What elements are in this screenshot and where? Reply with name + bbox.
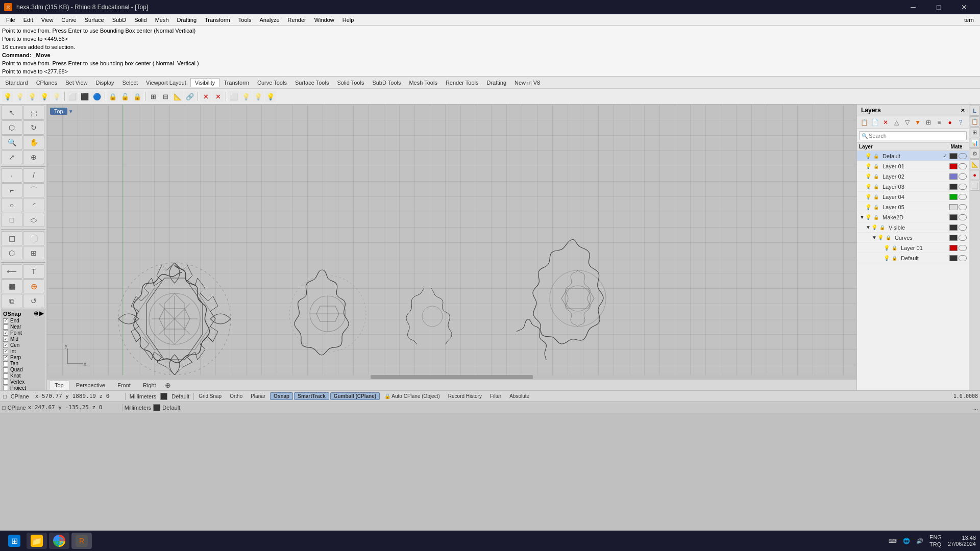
lt-layer-icon2[interactable]: 📄 bbox=[870, 117, 880, 128]
rex-layers-btn[interactable]: L bbox=[970, 106, 980, 116]
layer-expand-visible[interactable]: ▼ bbox=[865, 224, 871, 230]
tab-render-tools[interactable]: Render Tools bbox=[442, 79, 483, 87]
lt-layer-info[interactable]: ? bbox=[955, 117, 966, 128]
layer-color-04[interactable] bbox=[949, 194, 958, 200]
lt-dim[interactable]: ⟵ bbox=[1, 264, 22, 279]
taskbar-rhino[interactable]: R bbox=[71, 533, 92, 549]
menu-view[interactable]: View bbox=[37, 16, 58, 24]
viewport-scrollbar-horizontal[interactable] bbox=[47, 375, 856, 379]
lt-rotate-view[interactable]: ↻ bbox=[23, 120, 44, 135]
menu-window[interactable]: Window bbox=[310, 16, 338, 24]
lt-zoom-ext[interactable]: ⤢ bbox=[1, 150, 22, 164]
layer-lock-visible[interactable]: 🔒 bbox=[879, 225, 888, 230]
layer-row-02[interactable]: 💡 🔒 Layer 02 bbox=[857, 171, 969, 182]
rex-icon4[interactable]: 📊 bbox=[970, 138, 980, 148]
tb-grid[interactable]: ⊞ bbox=[148, 91, 159, 102]
layer-lock-01[interactable]: 🔒 bbox=[873, 164, 881, 169]
osnap-tan[interactable]: Tan bbox=[3, 361, 43, 366]
layer-material-make2d[interactable] bbox=[959, 214, 967, 220]
viewport-canvas[interactable]: Top ▼ bbox=[47, 105, 856, 390]
osnap-cen[interactable]: ✓ Cen bbox=[3, 342, 43, 348]
layer-lock-sub-default[interactable]: 🔒 bbox=[892, 256, 900, 261]
lt-move[interactable]: ⊕ bbox=[23, 279, 44, 293]
tb-lock[interactable]: 💡 bbox=[27, 91, 38, 102]
layer-expand-make2d[interactable]: ▼ bbox=[859, 214, 865, 220]
taskbar-chrome[interactable]: 🌐 bbox=[49, 533, 69, 549]
lt-circle[interactable]: ○ bbox=[1, 198, 22, 212]
lt-line[interactable]: / bbox=[23, 168, 44, 183]
tab-transform[interactable]: Transform bbox=[219, 79, 253, 87]
lt-arc[interactable]: ◜ bbox=[23, 198, 44, 212]
tab-drafting[interactable]: Drafting bbox=[483, 79, 511, 87]
minimize-button[interactable]: ─ bbox=[901, 0, 925, 14]
osnap-end[interactable]: ✓ End bbox=[3, 318, 43, 323]
layer-row-sub-default[interactable]: 💡 🔒 Default bbox=[857, 253, 969, 263]
menu-drafting[interactable]: Drafting bbox=[173, 16, 201, 24]
layer-row-04[interactable]: 💡 🔒 Layer 04 bbox=[857, 192, 969, 202]
lt-layer-list[interactable]: ≡ bbox=[934, 117, 944, 128]
lt-layer-grid[interactable]: ⊞ bbox=[923, 117, 934, 128]
layer-color-default[interactable] bbox=[949, 153, 958, 159]
osnap-project[interactable]: Project bbox=[3, 385, 43, 390]
tb-xmark2[interactable]: ✕ bbox=[212, 91, 224, 102]
lt-point[interactable]: · bbox=[1, 168, 22, 183]
lt-zoom-ext2[interactable]: ⊕ bbox=[23, 150, 44, 164]
lt-curve[interactable]: ⌒ bbox=[23, 183, 44, 197]
layer-expand-curves[interactable]: ▼ bbox=[871, 235, 877, 240]
layer-row-default[interactable]: 💡 🔒 Default ✓ bbox=[857, 151, 969, 161]
menu-mesh[interactable]: Mesh bbox=[151, 16, 173, 24]
viewport-area[interactable]: Top ▼ bbox=[47, 105, 856, 390]
osnap-mid[interactable]: ✓ Mid bbox=[3, 336, 43, 342]
layer-row-05[interactable]: 💡 🔒 Layer 05 bbox=[857, 202, 969, 212]
layer-row-sub-01[interactable]: 💡 🔒 Layer 01 bbox=[857, 243, 969, 253]
lt-box[interactable]: ⬡ bbox=[1, 246, 22, 260]
lt-layer-red[interactable]: ● bbox=[945, 117, 955, 128]
lt-layer-icon1[interactable]: 📋 bbox=[859, 117, 869, 128]
sb-gumball[interactable]: Gumball (CPlane) bbox=[330, 392, 380, 400]
lt-mesh[interactable]: ⊞ bbox=[23, 246, 44, 260]
tb-lock-obj[interactable]: 🔒 bbox=[107, 91, 118, 102]
lt-rect[interactable]: □ bbox=[1, 213, 22, 227]
layer-color-03[interactable] bbox=[949, 184, 958, 190]
lt-pan[interactable]: ✋ bbox=[23, 135, 44, 149]
lt-copy[interactable]: ⧉ bbox=[1, 294, 22, 308]
sb-osnap[interactable]: Osnap bbox=[270, 392, 293, 400]
menu-surface[interactable]: Surface bbox=[81, 16, 108, 24]
tb-lock-sel[interactable]: 🔒 bbox=[132, 91, 143, 102]
layer-color-visible[interactable] bbox=[949, 224, 958, 231]
layer-color-sub-default[interactable] bbox=[949, 255, 958, 261]
layer-color-02[interactable] bbox=[949, 173, 958, 180]
layer-material-sub-default[interactable] bbox=[959, 255, 967, 261]
tb-bulb2[interactable]: 💡 bbox=[253, 91, 264, 102]
viewport-tab-top[interactable]: Top bbox=[49, 381, 69, 390]
lt-select[interactable]: ↖ bbox=[1, 106, 22, 120]
layer-row-visible[interactable]: ▼ 💡 🔒 Visible bbox=[857, 222, 969, 233]
menu-file[interactable]: File bbox=[2, 16, 19, 24]
tb-shade[interactable]: ⬛ bbox=[79, 91, 90, 102]
viewport-tab-perspective[interactable]: Perspective bbox=[70, 381, 111, 390]
layer-eye-01[interactable]: 💡 bbox=[865, 163, 873, 169]
layer-row-03[interactable]: 💡 🔒 Layer 03 bbox=[857, 182, 969, 192]
layer-eye-curves[interactable]: 💡 bbox=[877, 235, 886, 240]
tb-wire[interactable]: ⬜ bbox=[67, 91, 78, 102]
taskbar-network-icon[interactable]: 🌐 bbox=[903, 538, 910, 544]
osnap-point[interactable]: ✓ Point bbox=[3, 330, 43, 336]
tb-show-sel[interactable]: 💡 bbox=[39, 91, 50, 102]
lt-poly-select[interactable]: ⬡ bbox=[1, 120, 22, 135]
layer-material-sub-01[interactable] bbox=[959, 245, 967, 251]
menu-curve[interactable]: Curve bbox=[57, 16, 80, 24]
sb-ortho[interactable]: Ortho bbox=[226, 392, 246, 400]
tb-bulb1[interactable]: 💡 bbox=[240, 91, 252, 102]
layer-lock-sub-01[interactable]: 🔒 bbox=[892, 245, 900, 251]
tb-hide-sel[interactable]: 💡 bbox=[51, 91, 62, 102]
layer-eye-02[interactable]: 💡 bbox=[865, 173, 873, 179]
layer-material-default[interactable] bbox=[959, 153, 967, 159]
lt-zoom-box[interactable]: 🔍 bbox=[1, 135, 22, 149]
sb-default-layer[interactable]: Default bbox=[168, 393, 192, 399]
sb-smarttrack[interactable]: SmartTrack bbox=[294, 392, 329, 400]
lt-polyline[interactable]: ⌐ bbox=[1, 183, 22, 197]
layer-lock-05[interactable]: 🔒 bbox=[873, 205, 881, 210]
taskbar-volume-icon[interactable]: 🔊 bbox=[916, 538, 923, 544]
layer-lock-make2d[interactable]: 🔒 bbox=[873, 215, 881, 220]
menu-solid[interactable]: Solid bbox=[130, 16, 151, 24]
